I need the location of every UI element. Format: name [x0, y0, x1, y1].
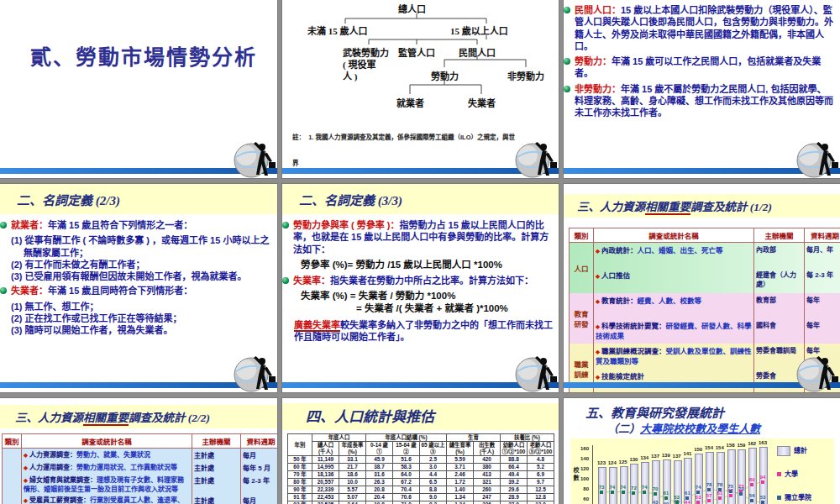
s20-agency-cell: 主計處: [192, 449, 241, 462]
s21-data-row: 80 年20,55710.026.367.26.51.7232139.29.7: [288, 479, 554, 486]
definition-text: 年滿 15 歲可以工作之民間人口，包括就業者及失業者。: [575, 56, 821, 78]
s20-cycle-cell: 每 2-3 年: [241, 474, 278, 494]
series-marker: [696, 501, 700, 504]
s20-agency-cell: 主計處: [192, 494, 241, 504]
diamond-bullet-icon: ◆: [596, 349, 600, 354]
s19-name-cell: ◆人口推估: [594, 268, 754, 293]
s21-cell: 66.4: [501, 464, 528, 471]
definition-term: 非勞動力：: [575, 84, 621, 94]
series-marker: [685, 496, 689, 500]
s21-cell: 9.0: [420, 494, 447, 501]
slide-title: 二、名詞定義 (3/3): [299, 191, 402, 208]
slide-title: 三、人力資源相關重要調查及統計 (1/2): [577, 197, 772, 214]
s21-cell: 19.8: [366, 501, 393, 504]
s21-cell: 260: [474, 486, 501, 494]
s21-cell: 18,136: [312, 471, 339, 479]
s21-cell: 9.2: [420, 501, 447, 504]
marker-value-label: 74: [693, 485, 703, 490]
marker-value-label: 78: [704, 482, 714, 487]
s21-cell: 13.0: [528, 501, 554, 504]
globe-presenter-icon: [231, 354, 276, 392]
unemployment-formula-2: = 失業者 /( 失業者 + 就業者 )*100%: [282, 302, 559, 319]
s20-row: ◆婦女婚育與就業調查：理想及現有子女數、料理家務情形、婚姻前後至生第一胎及目前工…: [3, 474, 278, 494]
slide-15[interactable]: 總人口 未滿 15 歲人口 15 歲以上人口 武裝勞動力 ( 現役軍 人 ) 監…: [282, 0, 559, 178]
series-marker: [707, 488, 711, 491]
slide-19[interactable]: 三、人力資源相關重要調查及統計 (1/2) 類別調查或統計名稱主辦機關資料週期人…: [564, 184, 840, 392]
s21-cell: 21.7: [339, 464, 366, 471]
s21-header: 年底人口: [312, 434, 366, 442]
globe-presenter-icon: [512, 354, 558, 392]
s20-cycle-cell: 每月: [241, 449, 278, 462]
s21-cell: 29.6: [501, 486, 528, 494]
series-marker: [664, 496, 668, 500]
series-marker: [729, 490, 732, 493]
s20-category-cell: [3, 449, 22, 504]
green-bullet-icon: [282, 222, 289, 228]
s21-sub-header: 年成長率 (‰): [339, 442, 366, 456]
definition-term: 勞動力參與率 ( 勞參率 )：: [293, 220, 400, 230]
s21-cell: 321: [474, 479, 501, 486]
s21-sub-header: 總人口 (千人): [312, 442, 339, 456]
s21-cell: 67.2: [393, 479, 420, 486]
definition-labor-force: 勞動力：年滿 15 歲可以工作之民間人口，包括就業者及失業者。: [564, 55, 840, 83]
s20-header-row: 類別調查或統計名稱主辦機關資料週期: [3, 434, 278, 449]
marker-value-label: 57: [704, 493, 714, 498]
node-armed-forces-line3: 人 ): [343, 69, 357, 82]
s19-agency-cell: 經建會（人力處）: [754, 268, 805, 293]
green-bullet-icon: [564, 7, 570, 13]
series-marker: [632, 491, 635, 495]
slide-14[interactable]: 貳、勞動市場情勢分析 14: [0, 0, 277, 178]
node-total-population: 總人口: [398, 2, 426, 15]
s20-name-cell: ◆人力資源調查：勞動力、就業、失業狀況: [22, 449, 192, 462]
population-diagram: 總人口 未滿 15 歲人口 15 歲以上人口 武裝勞動力 ( 現役軍 人 ) 監…: [282, 0, 559, 113]
unemployed-item: (2) 正在找工作或已找工作正在等待結果；: [0, 312, 277, 324]
s21-data-row: 60 年14,99521.738.758.33.03.7138066.45.2: [288, 464, 554, 471]
slide-17[interactable]: 二、名詞定義 (2/3) 就業者：年滿 15 歲且符合下列情形之一者： (1) …: [0, 184, 277, 392]
s21-cell: 58.3: [393, 464, 420, 471]
s21-cell: 10.0: [339, 479, 366, 486]
slide-22[interactable]: 五、教育與研究發展統計 （二）大專院校校數及學生人數 1601401201008…: [564, 398, 840, 504]
globe-presenter-icon: [794, 139, 839, 178]
series-marker: [750, 499, 753, 502]
broad-unemployment-note: 廣義失業率較失業率多納入了非勞動力之中的「想工作而未找工作且隨時可以開始工作者」…: [282, 319, 559, 347]
slide-16[interactable]: 民間人口：15 歲以上本國人口扣除武裝勞動力（現役軍人）、監管人口與失蹤人口後即…: [564, 0, 840, 178]
diamond-bullet-icon: ◆: [596, 298, 600, 304]
globe-presenter-icon: [512, 139, 558, 178]
s21-cell: 1.72: [447, 479, 474, 486]
marker-value-label: 61: [661, 491, 671, 496]
s19-agency-cell: 教育部: [754, 293, 805, 318]
definition-text: 指失業者在勞動力中所占之比率。計算方法如下：: [330, 276, 533, 286]
legend-item: 大學: [777, 469, 798, 478]
s21-cell: 8.8: [420, 486, 447, 494]
s21-cell: 33.1: [339, 456, 366, 464]
s20-cycle-cell: 每月: [241, 494, 278, 504]
marker-value-label: 43: [650, 500, 660, 504]
series-marker: [761, 501, 764, 504]
s21-header: 扶養比 (%): [501, 434, 554, 442]
s20-col-header: 資料週期: [241, 434, 278, 449]
diamond-bullet-icon: ◆: [24, 465, 28, 470]
s21-cell: 22,453: [312, 494, 339, 501]
green-bullet-icon: [564, 58, 570, 65]
slide-title: 五、教育與研究發展統計: [585, 403, 724, 421]
s21-cell: 20,557: [312, 479, 339, 486]
slide-21[interactable]: 四、人口統計與推估 年別年底人口年底人口結構 (%)生育扶養比 (%)總人口 (…: [282, 398, 559, 504]
series-marker: [739, 492, 743, 496]
slide-18[interactable]: 二、名詞定義 (3/3) 勞動力參與率 ( 勞參率 )：指勞動力占 15 歲以上…: [282, 184, 559, 392]
title-segment: 調查及統計 (2/2): [129, 412, 210, 424]
s21-sub-header: 總生育率 (‰): [447, 442, 474, 456]
s19-cycle-cell: 每年: [805, 318, 840, 344]
page-title: 貳、勞動市場情勢分析: [30, 40, 257, 71]
slide-20[interactable]: 三、人力資源相關重要調查及統計 (2/2) 類別調查或統計名稱主辦機關資料週期◆…: [0, 398, 277, 504]
s19-category-cell: 教育研發: [570, 293, 594, 344]
s20-col-header: 主辦機關: [192, 434, 241, 449]
s21-header: 年別: [288, 434, 312, 456]
definition-term: 失業率：: [293, 276, 330, 286]
s20-name-cell: ◆婦女婚育與就業調查：理想及現有子女數、料理家務情形、婚姻前後至生第一胎及目前工…: [22, 474, 192, 494]
s20-name-cell: ◆受雇員工薪資調查：行業別受雇員工人數、進退率、薪資、工時、勞動生產力與單位產出…: [22, 494, 192, 504]
s21-cell: 247: [474, 494, 501, 501]
s19-cycle-cell: 每年: [805, 293, 840, 318]
marker-value-label: 53: [693, 495, 703, 500]
lfpr-definition: 勞動力參與率 ( 勞參率 )：指勞動力占 15 歲以上民間人口的比率，也就是在 …: [282, 219, 559, 259]
definition-term: 民間人口：: [575, 5, 621, 15]
